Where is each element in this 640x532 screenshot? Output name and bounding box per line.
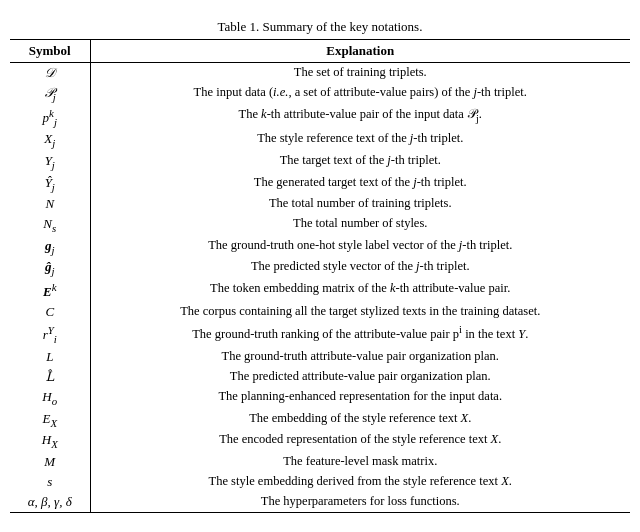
table-row: pkjThe k-th attribute-value pair of the … bbox=[10, 105, 630, 130]
symbol-cell: EX bbox=[10, 409, 90, 431]
table-row: LThe ground-truth attribute-value pair o… bbox=[10, 347, 630, 367]
explanation-cell: The ground-truth ranking of the attribut… bbox=[90, 322, 630, 347]
table-row: EkThe token embedding matrix of the k-th… bbox=[10, 279, 630, 302]
table-row: EXThe embedding of the style reference t… bbox=[10, 409, 630, 431]
table-row: ŶjThe generated target text of the j-th … bbox=[10, 173, 630, 195]
symbol-cell: Ŷj bbox=[10, 173, 90, 195]
symbol-cell: L̂ bbox=[10, 367, 90, 387]
explanation-cell: The total number of training triplets. bbox=[90, 194, 630, 214]
table-row: HoThe planning-enhanced representation f… bbox=[10, 387, 630, 409]
explanation-column-header: Explanation bbox=[90, 39, 630, 62]
symbol-column-header: Symbol bbox=[10, 39, 90, 62]
explanation-cell: The ground-truth one-hot style label vec… bbox=[90, 236, 630, 258]
explanation-cell: The feature-level mask matrix. bbox=[90, 452, 630, 472]
explanation-cell: The predicted attribute-value pair organ… bbox=[90, 367, 630, 387]
symbol-cell: Ek bbox=[10, 279, 90, 302]
symbol-cell: rYi bbox=[10, 322, 90, 347]
symbol-cell: ĝj bbox=[10, 257, 90, 279]
explanation-cell: The hyperparameters for loss functions. bbox=[90, 492, 630, 513]
table-row: NThe total number of training triplets. bbox=[10, 194, 630, 214]
symbol-cell: Yj bbox=[10, 151, 90, 173]
table-row: XjThe style reference text of the j-th t… bbox=[10, 129, 630, 151]
table-body: 𝒟The set of training triplets.𝒫jThe inpu… bbox=[10, 62, 630, 512]
table-row: ĝjThe predicted style vector of the j-th… bbox=[10, 257, 630, 279]
table-row: HXThe encoded representation of the styl… bbox=[10, 430, 630, 452]
explanation-cell: The generated target text of the j-th tr… bbox=[90, 173, 630, 195]
explanation-cell: The k-th attribute-value pair of the inp… bbox=[90, 105, 630, 130]
symbol-cell: M bbox=[10, 452, 90, 472]
explanation-cell: The input data (i.e., a set of attribute… bbox=[90, 83, 630, 105]
symbol-cell: Ho bbox=[10, 387, 90, 409]
explanation-cell: The total number of styles. bbox=[90, 214, 630, 236]
explanation-cell: The target text of the j-th triplet. bbox=[90, 151, 630, 173]
symbol-cell: gj bbox=[10, 236, 90, 258]
table-container: Table 1. Summary of the key notations. S… bbox=[10, 19, 630, 513]
table-row: gjThe ground-truth one-hot style label v… bbox=[10, 236, 630, 258]
explanation-cell: The corpus containing all the target sty… bbox=[90, 302, 630, 322]
notation-table: Symbol Explanation 𝒟The set of training … bbox=[10, 39, 630, 513]
explanation-cell: The set of training triplets. bbox=[90, 62, 630, 83]
explanation-cell: The token embedding matrix of the k-th a… bbox=[90, 279, 630, 302]
table-caption: Table 1. Summary of the key notations. bbox=[10, 19, 630, 35]
symbol-cell: pkj bbox=[10, 105, 90, 130]
table-row: CThe corpus containing all the target st… bbox=[10, 302, 630, 322]
symbol-cell: HX bbox=[10, 430, 90, 452]
table-header-row: Symbol Explanation bbox=[10, 39, 630, 62]
table-row: NsThe total number of styles. bbox=[10, 214, 630, 236]
table-row: sThe style embedding derived from the st… bbox=[10, 472, 630, 492]
explanation-cell: The predicted style vector of the j-th t… bbox=[90, 257, 630, 279]
symbol-cell: Xj bbox=[10, 129, 90, 151]
table-row: L̂The predicted attribute-value pair org… bbox=[10, 367, 630, 387]
symbol-cell: Ns bbox=[10, 214, 90, 236]
table-row: YjThe target text of the j-th triplet. bbox=[10, 151, 630, 173]
symbol-cell: C bbox=[10, 302, 90, 322]
explanation-cell: The encoded representation of the style … bbox=[90, 430, 630, 452]
table-row: 𝒫jThe input data (i.e., a set of attribu… bbox=[10, 83, 630, 105]
symbol-cell: L bbox=[10, 347, 90, 367]
explanation-cell: The ground-truth attribute-value pair or… bbox=[90, 347, 630, 367]
explanation-cell: The embedding of the style reference tex… bbox=[90, 409, 630, 431]
explanation-cell: The style embedding derived from the sty… bbox=[90, 472, 630, 492]
symbol-cell: N bbox=[10, 194, 90, 214]
symbol-cell: 𝒫j bbox=[10, 83, 90, 105]
table-row: 𝒟The set of training triplets. bbox=[10, 62, 630, 83]
symbol-cell: 𝒟 bbox=[10, 62, 90, 83]
table-row: α, β, γ, δThe hyperparameters for loss f… bbox=[10, 492, 630, 513]
explanation-cell: The planning-enhanced representation for… bbox=[90, 387, 630, 409]
symbol-cell: α, β, γ, δ bbox=[10, 492, 90, 513]
explanation-cell: The style reference text of the j-th tri… bbox=[90, 129, 630, 151]
table-row: rYiThe ground-truth ranking of the attri… bbox=[10, 322, 630, 347]
table-row: MThe feature-level mask matrix. bbox=[10, 452, 630, 472]
symbol-cell: s bbox=[10, 472, 90, 492]
